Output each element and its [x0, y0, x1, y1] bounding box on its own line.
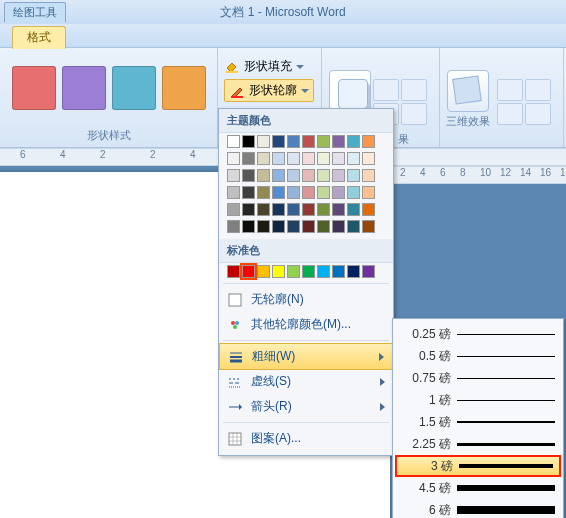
color-swatch[interactable]: [347, 135, 360, 148]
color-swatch[interactable]: [302, 220, 315, 233]
color-swatch[interactable]: [257, 135, 270, 148]
color-swatch[interactable]: [362, 152, 375, 165]
color-swatch[interactable]: [227, 265, 240, 278]
color-swatch[interactable]: [332, 203, 345, 216]
weight-option[interactable]: 3 磅: [395, 455, 561, 477]
color-swatch[interactable]: [287, 203, 300, 216]
color-swatch[interactable]: [227, 186, 240, 199]
weight-option[interactable]: 0.5 磅: [395, 345, 561, 367]
color-swatch[interactable]: [287, 186, 300, 199]
3d-tilt-up[interactable]: [497, 79, 523, 101]
color-swatch[interactable]: [302, 186, 315, 199]
shape-style-gallery[interactable]: [12, 52, 206, 110]
color-swatch[interactable]: [362, 220, 375, 233]
color-swatch[interactable]: [242, 220, 255, 233]
color-swatch[interactable]: [332, 220, 345, 233]
color-swatch[interactable]: [257, 220, 270, 233]
3d-tilt-left[interactable]: [525, 79, 551, 101]
arrows-item[interactable]: 箭头(R): [219, 394, 393, 419]
color-swatch[interactable]: [332, 186, 345, 199]
color-swatch[interactable]: [332, 135, 345, 148]
color-swatch[interactable]: [272, 186, 285, 199]
color-swatch[interactable]: [317, 203, 330, 216]
color-swatch[interactable]: [302, 169, 315, 182]
color-swatch[interactable]: [287, 265, 300, 278]
color-swatch[interactable]: [272, 152, 285, 165]
color-swatch[interactable]: [242, 152, 255, 165]
color-swatch[interactable]: [317, 135, 330, 148]
pattern-item[interactable]: 图案(A)...: [219, 426, 393, 451]
color-swatch[interactable]: [242, 135, 255, 148]
color-swatch[interactable]: [287, 220, 300, 233]
color-swatch[interactable]: [257, 169, 270, 182]
color-swatch[interactable]: [332, 265, 345, 278]
color-swatch[interactable]: [287, 135, 300, 148]
color-swatch[interactable]: [242, 186, 255, 199]
color-swatch[interactable]: [227, 135, 240, 148]
3d-effects-button[interactable]: [447, 70, 489, 112]
color-swatch[interactable]: [347, 220, 360, 233]
color-swatch[interactable]: [272, 169, 285, 182]
color-swatch[interactable]: [317, 152, 330, 165]
color-swatch[interactable]: [302, 152, 315, 165]
color-swatch[interactable]: [302, 265, 315, 278]
weight-option[interactable]: 1 磅: [395, 389, 561, 411]
color-swatch[interactable]: [347, 265, 360, 278]
color-swatch[interactable]: [362, 203, 375, 216]
tab-format[interactable]: 格式: [12, 26, 66, 49]
color-swatch[interactable]: [272, 220, 285, 233]
shape-style-swatch[interactable]: [62, 66, 106, 110]
color-swatch[interactable]: [272, 203, 285, 216]
color-swatch[interactable]: [332, 169, 345, 182]
color-swatch[interactable]: [302, 135, 315, 148]
color-swatch[interactable]: [362, 186, 375, 199]
color-swatch[interactable]: [287, 152, 300, 165]
color-swatch[interactable]: [257, 203, 270, 216]
shadow-nudge-up[interactable]: [373, 79, 399, 101]
color-swatch[interactable]: [257, 152, 270, 165]
shadow-effects-button[interactable]: [329, 70, 371, 112]
shape-style-swatch[interactable]: [112, 66, 156, 110]
color-swatch[interactable]: [347, 169, 360, 182]
weight-option[interactable]: 6 磅: [395, 499, 561, 518]
weight-option[interactable]: 1.5 磅: [395, 411, 561, 433]
shape-outline-button[interactable]: 形状轮廓: [224, 79, 314, 102]
color-swatch[interactable]: [362, 169, 375, 182]
color-swatch[interactable]: [257, 265, 270, 278]
shadow-nudge-down[interactable]: [401, 103, 427, 125]
color-swatch[interactable]: [227, 169, 240, 182]
color-swatch[interactable]: [347, 186, 360, 199]
dashes-item[interactable]: 虚线(S): [219, 369, 393, 394]
shape-style-swatch[interactable]: [12, 66, 56, 110]
color-swatch[interactable]: [317, 186, 330, 199]
color-swatch[interactable]: [242, 265, 255, 278]
color-swatch[interactable]: [362, 135, 375, 148]
color-swatch[interactable]: [227, 220, 240, 233]
color-swatch[interactable]: [272, 135, 285, 148]
color-swatch[interactable]: [302, 203, 315, 216]
3d-tilt-down[interactable]: [525, 103, 551, 125]
color-swatch[interactable]: [272, 265, 285, 278]
shape-style-swatch[interactable]: [162, 66, 206, 110]
weight-option[interactable]: 0.75 磅: [395, 367, 561, 389]
color-swatch[interactable]: [317, 265, 330, 278]
weight-option[interactable]: 0.25 磅: [395, 323, 561, 345]
more-colors-item[interactable]: 其他轮廓颜色(M)...: [219, 312, 393, 337]
weight-item[interactable]: 粗细(W): [219, 343, 393, 370]
color-swatch[interactable]: [347, 152, 360, 165]
color-swatch[interactable]: [257, 186, 270, 199]
color-swatch[interactable]: [362, 265, 375, 278]
shape-fill-button[interactable]: 形状填充: [224, 58, 314, 75]
color-swatch[interactable]: [227, 152, 240, 165]
color-swatch[interactable]: [227, 203, 240, 216]
color-swatch[interactable]: [332, 152, 345, 165]
color-swatch[interactable]: [242, 203, 255, 216]
color-swatch[interactable]: [317, 169, 330, 182]
color-swatch[interactable]: [287, 169, 300, 182]
color-swatch[interactable]: [317, 220, 330, 233]
3d-tilt-right[interactable]: [497, 103, 523, 125]
weight-option[interactable]: 4.5 磅: [395, 477, 561, 499]
no-outline-item[interactable]: 无轮廓(N): [219, 287, 393, 312]
weight-option[interactable]: 2.25 磅: [395, 433, 561, 455]
shadow-nudge-left[interactable]: [401, 79, 427, 101]
